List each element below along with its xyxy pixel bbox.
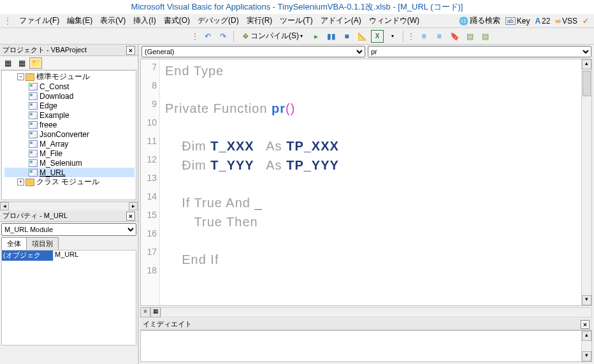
immediate-window: イミディエイト × ▴ ▾ — [140, 319, 592, 362]
vss-button[interactable]: ∞VSS — [555, 17, 577, 25]
redo-icon[interactable]: ↷ — [217, 30, 229, 43]
code-editor[interactable]: 789101112131415161718 End Type Private F… — [140, 59, 592, 306]
grip-icon[interactable]: ⋮ — [4, 17, 11, 25]
tree-module[interactable]: M_File — [4, 149, 134, 158]
window-title: Microsoft Visual Basic for Applications … — [131, 1, 463, 13]
module-icon — [29, 159, 38, 167]
menu-addins[interactable]: アドイン(A) — [317, 14, 365, 27]
tree-module-selected[interactable]: M_URL — [4, 168, 134, 177]
close-icon[interactable]: × — [126, 46, 135, 55]
scroll-right-icon[interactable]: ▸ — [129, 202, 138, 210]
code-content[interactable]: End Type Private Function pr() Đim T_XXX… — [160, 59, 581, 305]
folder-toggle-icon[interactable]: 📁 — [29, 57, 42, 69]
h-scrollbar[interactable] — [161, 307, 592, 317]
v-scrollbar[interactable]: ▴ ▾ — [581, 59, 591, 305]
menu-tools[interactable]: ツール(T) — [276, 14, 316, 27]
menu-debug[interactable]: デバッグ(D) — [194, 14, 243, 27]
key-button[interactable]: abKey — [505, 17, 530, 25]
property-row[interactable]: (オブジェク M_URL — [2, 251, 136, 261]
tree-folder[interactable]: +クラス モジュール — [4, 177, 134, 187]
dropdown-icon[interactable]: ▾ — [386, 30, 399, 43]
aa-icon: A — [535, 17, 540, 25]
toolbar: ⋮ ↶ ↷ ❖コンパイル(S)▾ ▸ ▮▮ ■ 📐 X ▾ ⋮ ≡ ≡ 🔖 ▤ … — [0, 28, 594, 45]
tab-all[interactable]: 全体 — [1, 237, 27, 250]
menu-view[interactable]: 表示(V) — [96, 14, 129, 27]
menu-format[interactable]: 書式(O) — [160, 14, 194, 27]
menu-file[interactable]: ファイル(F) — [15, 14, 63, 27]
immediate-header: イミディエイト × — [140, 319, 592, 330]
stop-icon[interactable]: ■ — [340, 30, 353, 43]
tree-module[interactable]: Edge — [4, 101, 134, 110]
collapse-icon[interactable]: − — [17, 73, 24, 80]
tree-module[interactable]: Example — [4, 110, 134, 120]
code-navigator: (General) pr — [139, 45, 594, 59]
tree-module[interactable]: M_Selenium — [4, 158, 134, 168]
close-icon[interactable]: × — [581, 320, 590, 329]
tree-module[interactable]: JsonConverter — [4, 129, 134, 139]
tab-categorized[interactable]: 項目別 — [26, 237, 59, 250]
undo-icon[interactable]: ↶ — [201, 30, 214, 43]
property-value[interactable]: M_URL — [53, 251, 136, 261]
close-icon[interactable]: × — [126, 212, 135, 221]
tree-module[interactable]: Download — [4, 91, 134, 101]
procedure-view-icon[interactable]: ≡ — [140, 307, 150, 317]
uncomment-icon[interactable]: ▤ — [479, 30, 491, 43]
scroll-up-icon[interactable]: ▴ — [582, 59, 591, 69]
menu-edit[interactable]: 編集(E) — [63, 14, 96, 27]
full-view-icon[interactable]: ▦ — [150, 307, 161, 317]
project-explorer: プロジェクト - VBAProject × ▦ ▦ 📁 −標準モジュール C_C… — [0, 45, 138, 210]
h-scrollbar[interactable]: ◂▸ — [0, 201, 138, 210]
module-icon — [29, 121, 38, 129]
compile-icon: ❖ — [242, 32, 249, 41]
scroll-up-icon[interactable]: ▴ — [582, 331, 591, 341]
module-icon — [29, 92, 38, 100]
outdent-icon[interactable]: ≡ — [433, 30, 446, 43]
scroll-thumb[interactable] — [583, 71, 591, 96]
tree-module[interactable]: M_Array — [4, 139, 134, 149]
search-button[interactable]: 🌐踊る検索 — [459, 15, 500, 26]
menu-run[interactable]: 実行(R) — [243, 14, 277, 27]
view-object-icon[interactable]: ▦ — [15, 57, 28, 69]
property-name[interactable]: (オブジェク — [2, 251, 53, 261]
procedure-dropdown[interactable]: pr — [368, 46, 591, 57]
bookmark-icon[interactable]: 🔖 — [448, 30, 461, 43]
design-icon[interactable]: 📐 — [356, 30, 368, 43]
ab-icon: ab — [505, 17, 516, 25]
expand-icon[interactable]: + — [17, 178, 24, 186]
excel-icon[interactable]: X — [371, 30, 384, 43]
object-selector[interactable]: M_URL Module — [1, 223, 136, 236]
tree-folder[interactable]: −標準モジュール — [4, 72, 134, 82]
tree-module[interactable]: freee — [4, 120, 134, 129]
object-dropdown[interactable]: (General) — [141, 46, 365, 57]
scroll-down-icon[interactable]: ▾ — [582, 295, 591, 305]
folder-icon — [25, 178, 34, 186]
v-scrollbar[interactable]: ▴ ▾ — [581, 331, 591, 361]
line-gutter: 789101112131415161718 — [141, 59, 160, 305]
project-toolbar: ▦ ▦ 📁 — [0, 56, 138, 70]
title-bar: Microsoft Visual Basic for Applications … — [0, 0, 594, 14]
module-icon — [29, 83, 38, 91]
grip-icon[interactable]: ⋮ — [407, 32, 415, 41]
globe-icon: 🌐 — [459, 17, 468, 25]
grip-icon[interactable]: ⋮ — [191, 32, 199, 41]
view-code-icon[interactable]: ▦ — [1, 57, 14, 69]
pause-icon[interactable]: ▮▮ — [325, 30, 338, 43]
menu-window[interactable]: ウィンドウ(W) — [365, 14, 423, 27]
comment-icon[interactable]: ▤ — [463, 30, 476, 43]
project-header: プロジェクト - VBAProject × — [0, 45, 138, 56]
menu-insert[interactable]: 挿入(I) — [129, 14, 159, 27]
project-tree[interactable]: −標準モジュール C_Const Download Edge Example f… — [1, 70, 136, 200]
scroll-left-icon[interactable]: ◂ — [0, 202, 9, 210]
run-icon[interactable]: ▸ — [310, 30, 322, 43]
properties-panel: プロパティ - M_URL × M_URL Module 全体 項目別 (オブジ… — [0, 210, 138, 364]
module-icon — [29, 140, 38, 148]
check-icon[interactable]: ✓ — [583, 17, 589, 25]
font-button[interactable]: A22 — [535, 17, 550, 25]
tree-module[interactable]: C_Const — [4, 82, 134, 91]
properties-grid[interactable]: (オブジェク M_URL — [1, 250, 136, 346]
compile-button[interactable]: ❖コンパイル(S)▾ — [238, 29, 307, 43]
immediate-input[interactable]: ▴ ▾ — [140, 330, 592, 362]
module-icon — [29, 169, 38, 177]
indent-icon[interactable]: ≡ — [417, 30, 430, 43]
scroll-down-icon[interactable]: ▾ — [582, 351, 591, 361]
